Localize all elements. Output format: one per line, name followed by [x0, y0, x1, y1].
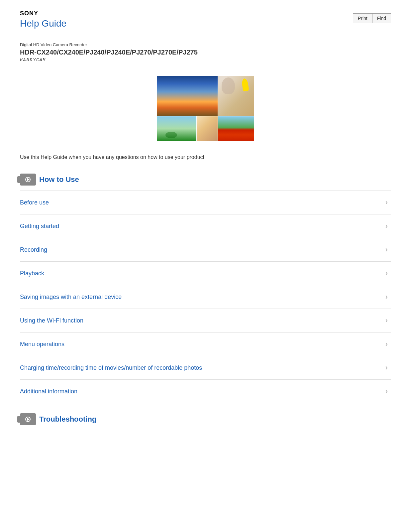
nav-item-charging-time[interactable]: Charging time/recording time of movies/n…: [20, 356, 391, 380]
nav-item-saving-images[interactable]: Saving images with an external device ›: [20, 285, 391, 309]
chevron-right-icon: ›: [385, 269, 388, 278]
product-subtitle: Digital HD Video Camera Recorder: [20, 42, 391, 47]
nav-label-before-use: Before use: [20, 199, 49, 206]
nav-list: Before use › Getting started › Recording…: [20, 191, 391, 403]
description-text: Use this Help Guide when you have any qu…: [0, 151, 411, 170]
nav-label-additional-info: Additional information: [20, 388, 77, 395]
cyclist-image: [157, 116, 196, 141]
cat-image: [197, 116, 218, 141]
nav-item-menu-operations[interactable]: Menu operations ›: [20, 332, 391, 356]
nav-label-getting-started: Getting started: [20, 223, 59, 230]
nav-label-playback: Playback: [20, 270, 44, 277]
print-button[interactable]: Print: [353, 13, 372, 23]
chevron-right-icon: ›: [385, 222, 388, 230]
collage-top: [157, 76, 254, 116]
find-button[interactable]: Find: [372, 13, 391, 23]
poppies-image: [218, 116, 254, 141]
nav-item-recording[interactable]: Recording ›: [20, 238, 391, 262]
nav-item-before-use[interactable]: Before use ›: [20, 191, 391, 214]
how-to-use-icon: [20, 174, 36, 186]
header-left: SONY Help Guide: [20, 10, 66, 29]
chevron-right-icon: ›: [385, 293, 388, 301]
footer-space: [0, 432, 411, 445]
nav-label-menu-operations: Menu operations: [20, 341, 64, 348]
nav-label-saving-images: Saving images with an external device: [20, 294, 122, 301]
birthday-image: [218, 76, 254, 116]
nav-label-charging-time: Charging time/recording time of movies/n…: [20, 364, 202, 371]
troubleshooting-play-icon: [25, 417, 31, 422]
how-to-use-header: How to Use: [0, 170, 411, 191]
troubleshooting-title: Troubleshooting: [39, 415, 96, 424]
play-icon: [25, 177, 31, 182]
chevron-right-icon: ›: [385, 316, 388, 325]
chevron-right-icon: ›: [385, 387, 388, 396]
chevron-right-icon: ›: [385, 198, 388, 207]
troubleshooting-icon: [20, 413, 36, 425]
help-guide-title: Help Guide: [20, 18, 66, 29]
nav-label-wifi: Using the Wi-Fi function: [20, 317, 83, 324]
page-header: SONY Help Guide Print Find: [0, 0, 411, 36]
nav-label-recording: Recording: [20, 246, 47, 253]
nav-item-additional-info[interactable]: Additional information ›: [20, 380, 391, 403]
collage-box: [157, 76, 254, 141]
nav-item-wifi[interactable]: Using the Wi-Fi function ›: [20, 309, 391, 332]
troubleshooting-header: Troubleshooting: [0, 403, 411, 432]
nav-item-getting-started[interactable]: Getting started ›: [20, 214, 391, 238]
nav-item-playback[interactable]: Playback ›: [20, 262, 391, 285]
product-brand: HANDYCAM: [20, 58, 391, 63]
chevron-right-icon: ›: [385, 363, 388, 372]
how-to-use-title: How to Use: [39, 175, 79, 184]
sony-logo: SONY: [20, 10, 66, 17]
chevron-right-icon: ›: [385, 245, 388, 254]
product-model: HDR-CX240/CX240E/PJ240/PJ240E/PJ270/PJ27…: [20, 49, 391, 56]
header-buttons: Print Find: [353, 13, 391, 23]
chevron-right-icon: ›: [385, 340, 388, 348]
collage-bottom: [157, 116, 254, 141]
hero-collage: [0, 76, 411, 141]
sunset-image: [157, 76, 218, 116]
product-info: Digital HD Video Camera Recorder HDR-CX2…: [0, 36, 411, 66]
